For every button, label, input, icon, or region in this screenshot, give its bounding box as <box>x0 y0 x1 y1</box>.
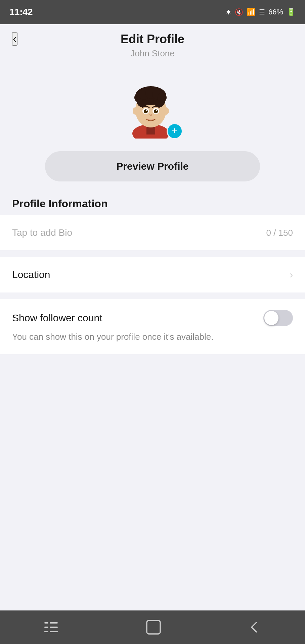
svg-rect-26 <box>44 631 48 632</box>
svg-rect-25 <box>44 627 48 628</box>
avatar-wrapper[interactable] <box>122 75 183 142</box>
status-icons: ∗ 🔇 📶 ☰ 66% 🔋 <box>225 8 296 16</box>
section-title: Profile Information <box>12 198 107 210</box>
follower-count-description: You can show this on your profile once i… <box>12 331 293 343</box>
bio-input-row: Tap to add Bio 0 / 150 <box>0 215 305 250</box>
svg-rect-29 <box>50 631 58 632</box>
user-subtitle: John Stone <box>130 48 175 59</box>
location-chevron-icon: › <box>290 269 293 280</box>
svg-point-21 <box>154 109 158 113</box>
svg-rect-27 <box>50 622 58 624</box>
follower-top-row: Show follower count <box>12 310 293 326</box>
follower-card: Show follower count You can show this on… <box>0 299 305 354</box>
toggle-thumb <box>264 311 278 325</box>
nav-back-icon[interactable] <box>249 620 261 635</box>
svg-point-20 <box>144 109 148 113</box>
edit-avatar-badge[interactable] <box>167 123 183 139</box>
status-bar: 11:42 ∗ 🔇 📶 ☰ 66% 🔋 <box>0 0 305 24</box>
location-label: Location <box>12 269 50 280</box>
battery-level: 66% <box>268 8 283 16</box>
bio-card[interactable]: Tap to add Bio 0 / 150 <box>0 215 305 250</box>
bottom-nav <box>0 610 305 644</box>
preview-btn-container: Preview Profile <box>0 147 305 192</box>
bio-placeholder: Tap to add Bio <box>12 227 72 238</box>
nav-home-icon[interactable] <box>146 620 161 635</box>
follower-count-toggle[interactable] <box>263 310 293 326</box>
nav-recents-icon[interactable] <box>44 621 58 633</box>
signal-icon: ☰ <box>259 8 265 16</box>
battery-icon: 🔋 <box>287 8 296 16</box>
svg-rect-5 <box>146 129 151 135</box>
mute-icon: 🔇 <box>235 8 243 16</box>
svg-rect-28 <box>50 627 58 628</box>
wifi-icon: 📶 <box>247 8 256 16</box>
svg-rect-30 <box>147 621 160 634</box>
avatar-container <box>0 64 305 147</box>
svg-point-16 <box>133 107 138 115</box>
profile-section-header: Profile Information <box>0 192 305 215</box>
header: ‹ Edit Profile John Stone <box>0 24 305 64</box>
page-body: ‹ Edit Profile John Stone <box>0 24 305 610</box>
status-time: 11:42 <box>9 7 33 17</box>
back-button[interactable]: ‹ <box>12 32 17 46</box>
preview-profile-button[interactable]: Preview Profile <box>45 151 260 181</box>
page-title: Edit Profile <box>121 32 184 46</box>
location-card[interactable]: Location › <box>0 257 305 292</box>
svg-point-15 <box>157 93 167 102</box>
svg-point-22 <box>146 110 147 111</box>
svg-point-23 <box>156 110 157 111</box>
svg-rect-3 <box>151 129 155 135</box>
svg-point-17 <box>164 107 169 115</box>
bluetooth-icon: ∗ <box>225 8 231 16</box>
follower-count-label: Show follower count <box>12 312 102 324</box>
svg-rect-24 <box>44 622 48 624</box>
bio-char-count: 0 / 150 <box>266 228 293 238</box>
